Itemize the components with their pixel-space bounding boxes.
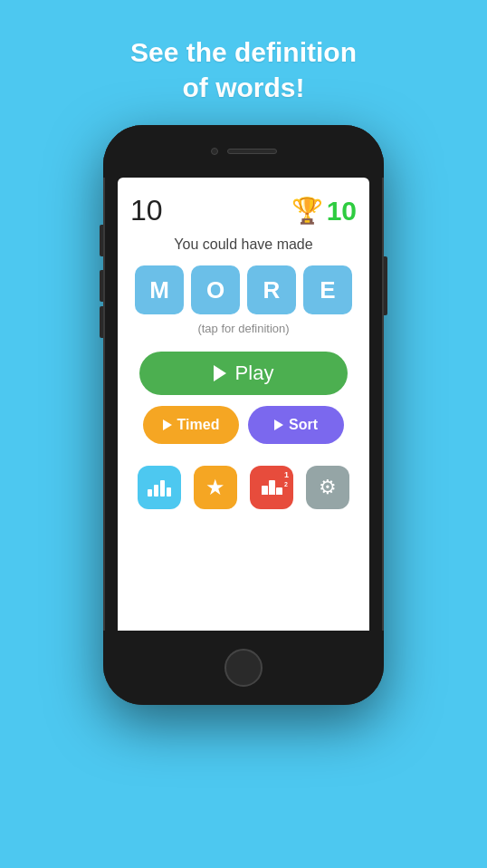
bar-1	[148, 489, 152, 497]
leaderboard-number: 12	[284, 470, 289, 488]
gear-icon: ⚙	[319, 476, 337, 499]
phone-top-bezel	[103, 125, 384, 178]
nav-stats-button[interactable]	[138, 466, 181, 509]
phone-bottom-bezel	[103, 631, 384, 705]
play-icon	[214, 365, 226, 381]
phone-screen: 10 🏆 10 You could have made M O R E (tap…	[118, 178, 369, 685]
score-right-number: 10	[327, 196, 357, 227]
podium-bar-1	[262, 486, 268, 495]
sort-button[interactable]: Sort	[248, 406, 344, 444]
letter-tile-e[interactable]: E	[303, 265, 352, 314]
play-button[interactable]: Play	[139, 352, 348, 395]
mode-buttons: Timed Sort	[143, 406, 344, 444]
stats-bars-icon	[148, 478, 171, 497]
tap-hint: (tap for definition)	[197, 322, 289, 335]
bar-3	[160, 480, 165, 497]
timed-icon	[163, 420, 172, 430]
nav-favorites-button[interactable]: ★	[194, 466, 237, 509]
screen-content: 10 🏆 10 You could have made M O R E (tap…	[118, 178, 369, 685]
score-row: 10 🏆 10	[130, 194, 357, 227]
sort-label: Sort	[289, 417, 318, 433]
letter-tile-m[interactable]: M	[135, 265, 184, 314]
bar-2	[154, 485, 158, 497]
bar-4	[167, 487, 171, 497]
podium-bar-3	[276, 487, 282, 495]
leaderboard-icon: 12	[250, 466, 293, 509]
star-icon: ★	[205, 475, 225, 500]
could-have-made-label: You could have made	[174, 236, 312, 253]
podium-icon	[262, 480, 282, 495]
nav-leaderboard-button[interactable]: 12	[250, 466, 293, 509]
page-title: See the definition of words!	[130, 34, 357, 105]
score-left: 10	[130, 194, 163, 227]
bottom-nav: ★ 12 ⚙	[138, 466, 349, 509]
trophy-icon: 🏆	[291, 196, 323, 226]
letter-tiles: M O R E	[135, 265, 352, 314]
timed-label: Timed	[177, 417, 220, 433]
phone-shell: 10 🏆 10 You could have made M O R E (tap…	[103, 125, 384, 705]
play-label: Play	[235, 362, 274, 385]
phone-speaker	[227, 149, 277, 154]
letter-tile-r[interactable]: R	[247, 265, 296, 314]
phone-camera	[211, 148, 218, 155]
letter-tile-o[interactable]: O	[191, 265, 240, 314]
score-right: 🏆 10	[291, 196, 357, 227]
podium-bar-2	[269, 480, 275, 495]
sort-icon	[274, 420, 283, 430]
home-button[interactable]	[224, 649, 263, 687]
nav-settings-button[interactable]: ⚙	[306, 466, 349, 509]
timed-button[interactable]: Timed	[143, 406, 239, 444]
